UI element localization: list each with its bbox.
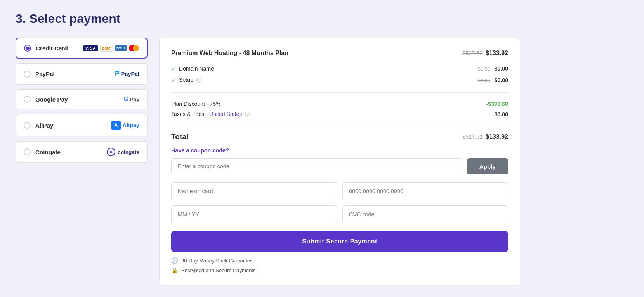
card-row-2 <box>171 205 508 223</box>
total-label: Total <box>171 133 188 141</box>
radio-coingate <box>24 148 31 155</box>
tax-row: Taxes & Fees - United States ⓘ $0.00 <box>171 109 508 120</box>
info-icon-tax: ⓘ <box>245 112 250 117</box>
gpay-logo: G Pay <box>124 96 139 103</box>
coupon-row: Apply <box>171 158 508 174</box>
security-badges: 🕐 30-Day Money-Back Guarantee 🔒 Encrypte… <box>171 257 508 274</box>
check-icon-domain: ✓ <box>171 66 176 72</box>
total-price-old: $527.52 <box>462 134 483 140</box>
money-back-badge: 🕐 30-Day Money-Back Guarantee <box>171 257 508 264</box>
check-icon-setup: ✓ <box>171 77 176 83</box>
alipay-text: Alipay <box>123 122 139 128</box>
total-prices: $527.52 $133.92 <box>462 133 508 140</box>
item-name-domain: Domain Name <box>179 66 214 72</box>
submit-payment-button[interactable]: Submit Secure Payment <box>171 231 508 252</box>
credit-card-logos: VISA DISC AMEX <box>83 45 139 52</box>
apply-button[interactable]: Apply <box>467 158 508 174</box>
order-plan-name: Premium Web Hosting - 48 Months Plan <box>171 50 288 57</box>
main-layout: Credit Card VISA DISC AMEX PayPal P PayP… <box>16 38 520 286</box>
order-item-left: ✓ Domain Name <box>171 66 214 72</box>
payment-option-left: Credit Card <box>24 45 68 52</box>
alipay-logo: A Alipay <box>111 121 139 130</box>
coingate-logo: coingate <box>107 148 139 156</box>
coingate-icon <box>107 148 115 156</box>
payment-option-paypal[interactable]: PayPal P PayPal <box>16 63 148 85</box>
coingate-text: coingate <box>118 149 139 155</box>
item-price-old-domain: $9.99 <box>478 66 491 72</box>
radio-paypal <box>24 71 31 78</box>
discount-row: Plan Discount - 75% -$393.60 <box>171 99 508 109</box>
order-items: ✓ Domain Name $9.99 $0.00 ✓ Setup ⓘ <box>171 63 508 86</box>
item-price-old-setup: $4.99 <box>478 78 491 83</box>
gpay-g: G <box>124 96 128 102</box>
payment-name-credit-card: Credit Card <box>36 45 68 52</box>
lock-icon: 🔒 <box>171 267 178 274</box>
order-plan-price-new: $133.92 <box>486 50 508 57</box>
discount-value: -$393.60 <box>486 101 508 107</box>
total-row: Total $527.52 $133.92 <box>171 133 508 141</box>
order-summary-panel: Premium Web Hosting - 48 Months Plan $52… <box>159 38 520 286</box>
clock-icon: 🕐 <box>171 257 178 264</box>
money-back-text: 30-Day Money-Back Guarantee <box>181 258 253 264</box>
gpay-pay: Pay <box>128 97 139 102</box>
radio-alipay <box>24 122 31 129</box>
radio-google-pay <box>24 96 31 103</box>
payment-option-left: PayPal <box>24 71 55 78</box>
paypal-text: PayPal <box>121 71 139 77</box>
payment-name-alipay: AliPay <box>35 122 53 129</box>
item-price-new-domain: $0.00 <box>495 66 508 72</box>
divider-1 <box>171 92 508 93</box>
discover-logo: DISC <box>100 45 113 52</box>
encrypted-text: Encrypted and Secure Payments <box>181 268 256 273</box>
order-item-setup: ✓ Setup ⓘ $4.99 $0.00 <box>171 74 508 86</box>
order-header: Premium Web Hosting - 48 Months Plan $52… <box>171 50 508 57</box>
item-price-new-setup: $0.00 <box>495 77 508 83</box>
item-prices-domain: $9.99 $0.00 <box>478 65 509 72</box>
coupon-input[interactable] <box>171 158 462 174</box>
card-form <box>171 182 508 223</box>
payment-option-credit-card[interactable]: Credit Card VISA DISC AMEX <box>16 38 148 59</box>
payment-name-google-pay: Google Pay <box>35 96 68 103</box>
payment-option-left: AliPay <box>24 122 53 129</box>
tax-link[interactable]: United States <box>209 111 242 117</box>
card-cvc-input[interactable] <box>342 205 508 223</box>
payment-option-coingate[interactable]: Coingate coingate <box>16 141 148 163</box>
mastercard-logo <box>129 45 139 51</box>
tax-label: Taxes & Fees - United States ⓘ <box>171 111 250 118</box>
tax-value: $0.00 <box>495 111 508 117</box>
payment-option-alipay[interactable]: AliPay A Alipay <box>16 114 148 136</box>
paypal-icon: P <box>115 70 120 78</box>
card-expiry-input[interactable] <box>171 205 337 223</box>
paypal-logo: P PayPal <box>115 70 139 78</box>
info-icon-setup: ⓘ <box>196 78 201 83</box>
total-price-new: $133.92 <box>486 133 508 140</box>
visa-logo: VISA <box>83 45 98 51</box>
radio-credit-card <box>24 45 31 52</box>
encrypted-badge: 🔒 Encrypted and Secure Payments <box>171 267 508 274</box>
payment-option-left: Google Pay <box>24 96 68 103</box>
divider-2 <box>171 126 508 126</box>
payment-name-paypal: PayPal <box>35 71 55 77</box>
payment-option-left: Coingate <box>24 148 61 155</box>
card-row-1 <box>171 182 508 200</box>
card-name-input[interactable] <box>171 182 337 200</box>
order-plan-prices: $527.52 $133.92 <box>462 50 508 57</box>
item-name-setup: Setup ⓘ <box>179 77 201 84</box>
order-plan-price-old: $527.52 <box>462 50 483 56</box>
order-item-domain: ✓ Domain Name $9.99 $0.00 <box>171 63 508 74</box>
amex-logo: AMEX <box>115 45 127 51</box>
item-prices-setup: $4.99 $0.00 <box>478 77 509 84</box>
card-number-input[interactable] <box>342 182 508 200</box>
coupon-link[interactable]: Have a coupon code? <box>171 147 508 154</box>
alipay-icon: A <box>111 121 121 130</box>
payment-option-google-pay[interactable]: Google Pay G Pay <box>16 89 148 109</box>
mc-yellow-circle <box>133 45 139 51</box>
discount-label: Plan Discount - 75% <box>171 101 221 107</box>
payment-methods-panel: Credit Card VISA DISC AMEX PayPal P PayP… <box>16 38 148 286</box>
page-title: 3. Select payment <box>16 12 628 26</box>
order-item-left: ✓ Setup ⓘ <box>171 77 201 84</box>
payment-name-coingate: Coingate <box>35 149 61 155</box>
